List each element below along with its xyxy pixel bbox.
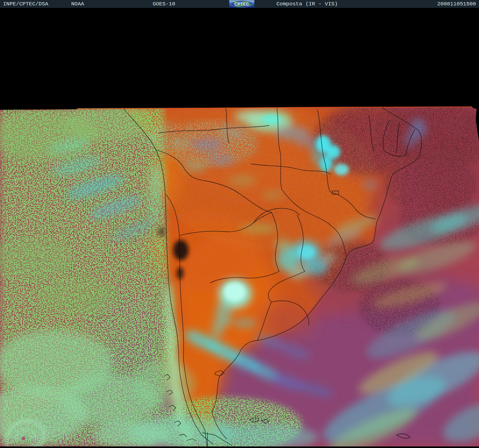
cyclone-eye (22, 436, 25, 440)
satellite-image (0, 0, 479, 448)
satellite-product-screen: INPE/CPTEC/DSA NOAA GOES-10 Composta (IR… (0, 0, 479, 448)
satellite-swath (0, 100, 479, 448)
